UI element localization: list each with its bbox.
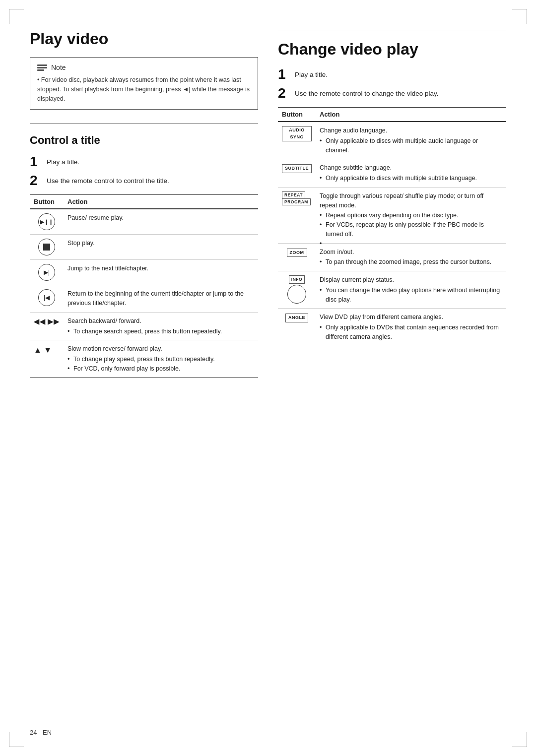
audio-sync-bullets: Only applicable to discs with multiple a…	[320, 136, 502, 155]
table-row: ▶| Jump to the next title/chapter.	[30, 260, 258, 285]
button-cell-zoom: ZOOM	[278, 243, 316, 271]
list-item: Only applicable to discs with multiple a…	[320, 136, 502, 155]
search-icon: ◀◀ ▶▶	[34, 316, 60, 327]
right-step-number-1: 1	[278, 67, 289, 81]
button-cell-next: ▶|	[30, 260, 64, 285]
list-item: Only applicable to discs with multiple s…	[320, 174, 502, 183]
table-row: REPEAT PROGRAM Toggle through various re…	[278, 187, 506, 243]
info-circle-icon	[287, 285, 306, 304]
table-row: Stop play.	[30, 235, 258, 260]
action-cell-prev: Return to the beginning of the current t…	[64, 285, 258, 313]
right-step-1: 1 Play a title.	[278, 67, 506, 81]
action-cell-stop: Stop play.	[64, 235, 258, 260]
right-step-text-2: Use the remote control to change the vid…	[295, 86, 438, 99]
zoom-bullets: To pan through the zoomed image, press t…	[320, 257, 502, 267]
table-row: ANGLE View DVD play from different camer…	[278, 309, 506, 346]
note-icon-line1	[37, 64, 47, 66]
zoom-button: ZOOM	[287, 249, 307, 257]
list-item: For VCDs, repeat play is only possible i…	[320, 220, 502, 239]
right-step-2: 2 Use the remote control to change the v…	[278, 86, 506, 100]
table-row: INFO Display current play status. You ca…	[278, 271, 506, 309]
button-cell-prev: |◀	[30, 285, 64, 313]
action-cell-slow: Slow motion reverse/ forward play. To ch…	[64, 340, 258, 378]
note-text: • For video disc, playback always resume…	[37, 75, 251, 103]
step-1: 1 Play a title.	[30, 155, 258, 169]
search-bullet-list: To change search speed, press this butto…	[67, 327, 254, 336]
step-number-1: 1	[30, 155, 41, 169]
corner-border-bl	[9, 732, 24, 747]
right-divider-top	[278, 30, 506, 30]
audio-sync-button: AUDIO SYNC	[282, 126, 312, 141]
right-step-number-2: 2	[278, 86, 289, 100]
corner-border-tl	[9, 9, 24, 24]
step-text-1: Play a title.	[47, 155, 79, 167]
action-cell-play-pause: Pause/ resume play.	[64, 209, 258, 235]
control-table: Button Action ▶❙❙ Pause/ resume play.	[30, 194, 258, 378]
change-video-title: Change video play	[278, 40, 506, 59]
table-row: ◀◀ ▶▶ Search backward/ forward. To chang…	[30, 312, 258, 340]
action-cell-zoom: Zoom in/out. To pan through the zoomed i…	[316, 243, 506, 271]
list-item: To change play speed, press this button …	[67, 355, 254, 364]
next-icon: ▶|	[38, 264, 55, 281]
step-number-2: 2	[30, 174, 41, 188]
info-bullets: You can change the video play options he…	[320, 286, 502, 305]
action-cell-search: Search backward/ forward. To change sear…	[64, 312, 258, 340]
table-row: ZOOM Zoom in/out. To pan through the zoo…	[278, 243, 506, 271]
button-cell-search: ◀◀ ▶▶	[30, 312, 64, 340]
action-cell-next: Jump to the next title/chapter.	[64, 260, 258, 285]
slow-icon: ▲ ▼	[34, 344, 60, 356]
button-cell-angle: ANGLE	[278, 309, 316, 346]
right-col-action-header: Action	[316, 108, 506, 122]
button-cell-play-pause: ▶❙❙	[30, 209, 64, 235]
col-button-header: Button	[30, 195, 64, 209]
angle-button: ANGLE	[285, 314, 308, 322]
button-cell-info: INFO	[278, 271, 316, 309]
repeat-bullets: Repeat options vary depending on the dis…	[320, 211, 502, 239]
page-footer: 24 EN	[30, 729, 52, 736]
list-item: To pan through the zoomed image, press t…	[320, 257, 502, 267]
repeat-program-button: REPEAT PROGRAM	[282, 191, 312, 206]
action-cell-audio-sync: Change audio language. Only applicable t…	[316, 122, 506, 159]
note-icon-line3	[37, 69, 44, 71]
button-cell-slow: ▲ ▼	[30, 340, 64, 378]
note-box: Note • For video disc, playback always r…	[30, 57, 258, 110]
prev-icon: |◀	[38, 289, 55, 306]
table-row: |◀ Return to the beginning of the curren…	[30, 285, 258, 313]
page-language: EN	[43, 729, 52, 736]
step-2: 2 Use the remote control to control the …	[30, 174, 258, 188]
table-row: ▶❙❙ Pause/ resume play.	[30, 209, 258, 235]
right-step-text-1: Play a title.	[295, 67, 328, 80]
section-divider	[30, 124, 258, 124]
action-cell-subtitle: Change subtitle language. Only applicabl…	[316, 159, 506, 188]
action-cell-angle: View DVD play from different camera angl…	[316, 309, 506, 346]
page-number: 24	[30, 729, 37, 736]
list-item: For VCD, only forward play is possible.	[67, 364, 254, 374]
list-item: To change search speed, press this butto…	[67, 327, 254, 336]
note-icon	[37, 64, 47, 71]
right-column: Change video play 1 Play a title. 2 Use …	[278, 30, 506, 378]
corner-border-br	[512, 732, 527, 747]
note-icon-line2	[37, 67, 47, 68]
step-text-2: Use the remote control to control the ti…	[47, 174, 169, 186]
note-label: Note	[51, 63, 66, 71]
angle-bullets: Only applicable to DVDs that contain seq…	[320, 323, 502, 342]
list-item: Only applicable to DVDs that contain seq…	[320, 323, 502, 342]
slow-bullet-list: To change play speed, press this button …	[67, 355, 254, 374]
info-label: INFO	[289, 275, 305, 284]
play-pause-icon: ▶❙❙	[38, 213, 55, 230]
right-col-button-header: Button	[278, 108, 316, 122]
action-cell-repeat: Toggle through various repeat/ shuffle p…	[316, 187, 506, 243]
action-cell-info: Display current play status. You can cha…	[316, 271, 506, 309]
play-video-title: Play video	[30, 30, 258, 48]
corner-border-tr	[512, 9, 527, 24]
control-title: Control a title	[30, 134, 258, 147]
subtitle-bullets: Only applicable to discs with multiple s…	[320, 174, 502, 183]
button-cell-subtitle: SUBTITLE	[278, 159, 316, 188]
left-column: Play video Note • For video disc, playba…	[30, 30, 258, 378]
change-video-table: Button Action AUDIO SYNC Change audio la…	[278, 107, 506, 346]
col-action-header: Action	[64, 195, 258, 209]
note-bullet: •	[37, 76, 41, 83]
list-item: Repeat options vary depending on the dis…	[320, 211, 502, 220]
table-row: SUBTITLE Change subtitle language. Only …	[278, 159, 506, 188]
button-cell-repeat: REPEAT PROGRAM	[278, 187, 316, 243]
